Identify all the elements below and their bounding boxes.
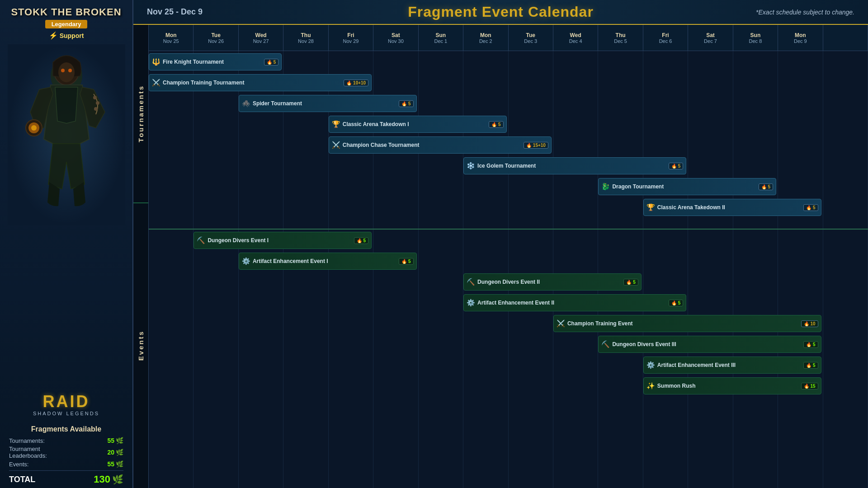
events-label: Events: <box>9 461 28 468</box>
col-day-6: Sun <box>436 32 446 38</box>
label-artifact-enhance-2: Artifact Enhancement Event II <box>477 300 666 306</box>
col-header-10: ThuDec 5 <box>598 25 643 51</box>
col-date-0: Nov 25 <box>163 38 179 44</box>
col-header-6: SunDec 1 <box>419 25 463 51</box>
leaderboards-frag-row: TournamentLeaderboards: 20 🌿 <box>9 446 123 459</box>
col-date-10: Dec 5 <box>614 38 627 44</box>
col-day-12: Sat <box>706 32 715 38</box>
label-champion-training-event: Champion Training Event <box>567 320 799 327</box>
event-bar-artifact-enhance-2[interactable]: ⚙️ Artifact Enhancement Event II 🔥 5 <box>463 294 686 311</box>
label-spider: Spider Tournament <box>253 100 396 107</box>
tournament-bar-spider[interactable]: 🕷️ Spider Tournament 🔥 5 <box>239 95 417 112</box>
col-day-0: Mon <box>165 32 177 38</box>
tournament-bar-fire-knight[interactable]: 🔱 Fire Knight Tournament 🔥 5 <box>149 53 282 70</box>
lightning-icon: ⚡ <box>49 31 58 40</box>
event-bar-dungeon-divers-2[interactable]: ⛏️ Dungeon Divers Event II 🔥 5 <box>463 273 642 291</box>
total-value: 130 🌿 <box>94 474 123 485</box>
col-header-4: FriNov 29 <box>329 25 373 51</box>
tournaments-text: Tournaments <box>137 85 145 142</box>
event-bar-dungeon-divers-1[interactable]: ⛏️ Dungeon Divers Event I 🔥 5 <box>193 232 372 249</box>
col-date-12: Dec 7 <box>704 38 717 44</box>
character-artwork <box>8 44 125 225</box>
events-frag-row: Events: 55 🌿 <box>9 460 123 468</box>
event-bar-artifact-enhance-1[interactable]: ⚙️ Artifact Enhancement Event I 🔥 5 <box>239 253 417 270</box>
event-bar-champion-training-event[interactable]: ⚔️ Champion Training Event 🔥 10 <box>553 315 821 332</box>
cal-rows: 🔱 Fire Knight Tournament 🔥 5 ⚔️ Champion… <box>149 51 868 488</box>
label-champion-training-tourn: Champion Training Tournament <box>163 80 341 86</box>
tournament-bar-classic-arena-1[interactable]: 🏆 Classic Arena Takedown I 🔥 5 <box>329 116 507 133</box>
tournaments-frag-row: Tournaments: 55 🌿 <box>9 437 123 444</box>
badge-dragon-tournament: 🔥 5 <box>759 183 773 190</box>
label-dragon-tournament: Dragon Tournament <box>612 183 756 190</box>
badge-artifact-enhance-2: 🔥 5 <box>669 300 683 306</box>
tournament-bar-classic-arena-2[interactable]: 🏆 Classic Arena Takedown II 🔥 5 <box>643 199 821 216</box>
col-header-12: SatDec 7 <box>688 25 733 51</box>
tournament-bar-champion-chase[interactable]: ⚔️ Champion Chase Tournament 🔥 15+10 <box>329 136 552 154</box>
schedule-note: *Exact schedule subject to change. <box>756 9 854 16</box>
fragments-section: Fragments Available Tournaments: 55 🌿 To… <box>0 421 132 488</box>
event-bar-dungeon-divers-3[interactable]: ⛏️ Dungeon Divers Event III 🔥 5 <box>598 336 821 353</box>
col-header-0: MonNov 25 <box>149 25 193 51</box>
col-date-14: Dec 9 <box>794 38 807 44</box>
col-day-2: Wed <box>255 32 267 38</box>
label-classic-arena-2: Classic Arena Takedown II <box>657 204 801 211</box>
col-date-5: Nov 30 <box>388 38 404 44</box>
icon-artifact-enhance-2: ⚙️ <box>467 299 475 307</box>
col-header-7: MonDec 2 <box>463 25 508 51</box>
col-day-1: Tue <box>211 32 220 38</box>
leaderboards-value: 20 🌿 <box>107 449 123 456</box>
leaf-icon-1: 🌿 <box>116 437 123 444</box>
tournament-zone: 🔱 Fire Knight Tournament 🔥 5 ⚔️ Champion… <box>149 51 868 230</box>
icon-dungeon-divers-2: ⛏️ <box>467 278 475 286</box>
support-badge: ⚡ Support <box>49 31 84 40</box>
badge-dungeon-divers-3: 🔥 5 <box>803 341 818 348</box>
label-dungeon-divers-1: Dungeon Divers Event I <box>208 237 351 244</box>
label-summon-rush: Summon Rush <box>657 383 799 389</box>
badge-fire-knight: 🔥 5 <box>264 59 278 66</box>
badge-artifact-enhance-3: 🔥 5 <box>803 362 818 369</box>
badge-champion-training-event: 🔥 10 <box>801 320 818 327</box>
col-date-13: Dec 8 <box>749 38 762 44</box>
col-header-5: SatNov 30 <box>373 25 418 51</box>
col-date-11: Dec 6 <box>659 38 672 44</box>
label-dungeon-divers-3: Dungeon Divers Event III <box>612 341 801 347</box>
event-bar-summon-rush[interactable]: ✨ Summon Rush 🔥 15 <box>643 377 821 394</box>
col-date-8: Dec 3 <box>524 38 537 44</box>
badge-summon-rush: 🔥 15 <box>801 383 818 389</box>
col-header-8: TueDec 3 <box>509 25 553 51</box>
events-section-label: Events <box>133 203 148 488</box>
col-date-1: Nov 26 <box>208 38 224 44</box>
badge-classic-arena-1: 🔥 5 <box>489 121 503 128</box>
event-bar-artifact-enhance-3[interactable]: ⚙️ Artifact Enhancement Event III 🔥 5 <box>643 357 821 374</box>
label-artifact-enhance-1: Artifact Enhancement Event I <box>253 258 396 264</box>
tournament-bar-champion-training-tourn[interactable]: ⚔️ Champion Training Tournament 🔥 10+10 <box>149 74 372 91</box>
col-header-1: TueNov 26 <box>193 25 238 51</box>
svg-point-5 <box>93 96 97 99</box>
col-day-7: Mon <box>480 32 491 38</box>
tournaments-label: Tournaments: <box>9 437 45 444</box>
col-header-11: FriDec 6 <box>643 25 688 51</box>
badge-champion-training-tourn: 🔥 10+10 <box>344 80 368 86</box>
svg-point-7 <box>94 107 98 111</box>
badge-dungeon-divers-1: 🔥 5 <box>354 237 368 244</box>
label-artifact-enhance-3: Artifact Enhancement Event III <box>657 362 801 368</box>
col-date-6: Dec 1 <box>434 38 447 44</box>
tournament-bar-ice-golem[interactable]: ❄️ Ice Golem Tournament 🔥 5 <box>463 157 686 174</box>
tournaments-value: 55 🌿 <box>107 437 123 444</box>
label-fire-knight: Fire Knight Tournament <box>163 59 262 65</box>
label-champion-chase: Champion Chase Tournament <box>343 142 521 148</box>
fragments-title: Fragments Available <box>9 425 123 433</box>
col-header-13: SunDec 8 <box>733 25 778 51</box>
icon-spider: 🕷️ <box>242 99 250 108</box>
events-zone: ⛏️ Dungeon Divers Event I 🔥 5 ⚙️ Artifac… <box>149 230 868 488</box>
icon-artifact-enhance-3: ⚙️ <box>646 361 655 369</box>
cal-body: Tournaments Events MonNov 25TueNov 26Wed… <box>133 25 868 488</box>
icon-dragon-tournament: 🐉 <box>601 183 610 191</box>
total-label: TOTAL <box>9 475 35 484</box>
svg-point-10 <box>31 125 37 131</box>
icon-champion-training-event: ⚔️ <box>557 319 565 328</box>
icon-dungeon-divers-1: ⛏️ <box>197 236 205 244</box>
leaf-icon-3: 🌿 <box>116 460 123 468</box>
icon-champion-training-tourn: ⚔️ <box>152 79 160 87</box>
tournament-bar-dragon-tournament[interactable]: 🐉 Dragon Tournament 🔥 5 <box>598 178 776 195</box>
